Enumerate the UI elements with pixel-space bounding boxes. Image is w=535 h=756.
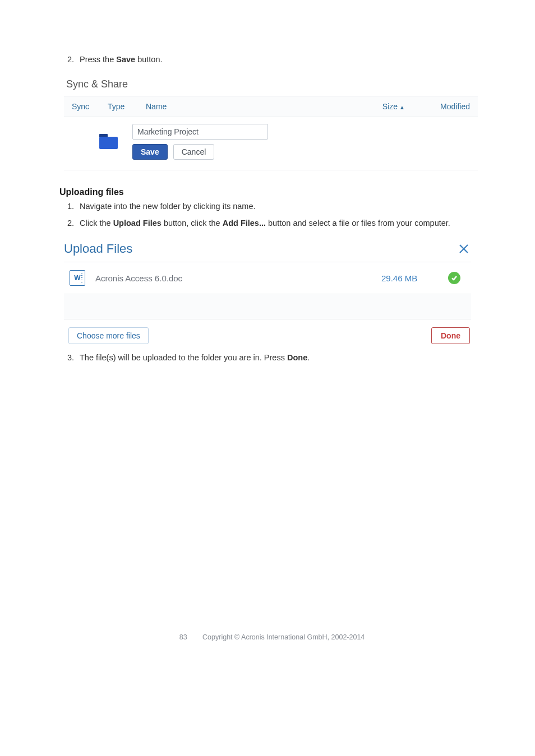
col-size-label: Size <box>382 102 398 111</box>
sort-asc-icon: ▲ <box>399 104 405 110</box>
cancel-button[interactable]: Cancel <box>173 144 215 160</box>
step2-bold: Save <box>116 55 135 64</box>
col-modified[interactable]: Modified <box>426 102 470 111</box>
step-list-3: The file(s) will be uploaded to the fold… <box>59 352 485 364</box>
close-icon[interactable] <box>456 242 471 256</box>
sync-share-panel: Sync & Share Sync Type Name Size▲ Modifi… <box>64 76 478 170</box>
col-sync[interactable]: Sync <box>72 102 108 111</box>
step-list-1: Press the Save button. <box>59 54 485 66</box>
folder-name-input[interactable] <box>132 124 268 140</box>
word-doc-icon: W <box>70 270 85 286</box>
step-2: Press the Save button. <box>76 54 485 66</box>
folder-icon <box>98 133 120 151</box>
copyright-text: Copyright © Acronis International GmbH, … <box>202 633 365 641</box>
col-size[interactable]: Size▲ <box>366 102 415 111</box>
uploading-heading: Uploading files <box>59 187 485 197</box>
sync-share-title: Sync & Share <box>64 76 478 96</box>
choose-more-files-button[interactable]: Choose more files <box>68 327 149 344</box>
success-check-icon <box>448 272 460 284</box>
upload-step-2: Click the Upload Files button, click the… <box>76 217 485 230</box>
col-name[interactable]: Name <box>146 102 366 111</box>
page-footer: 83 Copyright © Acronis International Gmb… <box>59 633 485 641</box>
table-header: Sync Type Name Size▲ Modified <box>64 96 478 117</box>
upload-dialog: Upload Files W Acronis Access 6.0.doc 29… <box>64 239 471 349</box>
done-button[interactable]: Done <box>431 327 470 344</box>
step2-suffix: button. <box>135 55 162 64</box>
uploading-steps: Navigate into the new folder by clicking… <box>59 201 485 230</box>
col-type[interactable]: Type <box>108 102 146 111</box>
upload-file-row: W Acronis Access 6.0.doc 29.46 MB <box>64 262 471 294</box>
upload-step-3: The file(s) will be uploaded to the fold… <box>76 352 485 364</box>
upload-file-size: 29.46 MB <box>381 273 443 283</box>
table-row: Save Cancel <box>64 117 478 170</box>
upload-step-1: Navigate into the new folder by clicking… <box>76 201 485 213</box>
upload-file-name: Acronis Access 6.0.doc <box>95 273 381 283</box>
page-number: 83 <box>179 633 187 641</box>
upload-dialog-title: Upload Files <box>64 242 132 256</box>
sync-share-table: Sync Type Name Size▲ Modified <box>64 96 478 170</box>
step2-prefix: Press the <box>80 55 116 64</box>
save-button[interactable]: Save <box>132 144 168 160</box>
